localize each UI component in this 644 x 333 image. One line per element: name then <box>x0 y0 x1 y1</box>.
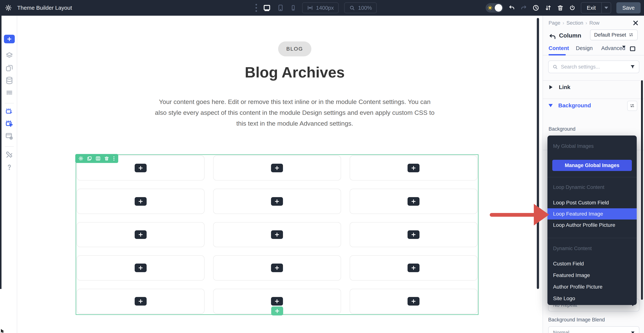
responsive-caret-icon[interactable] <box>622 48 626 51</box>
add-module-plus-button[interactable] <box>271 264 283 272</box>
light-dark-toggle[interactable] <box>486 3 503 12</box>
add-module-plus-button[interactable] <box>135 297 146 306</box>
loop-dynamic-list: Loop Post Custom FieldLoop Featured Imag… <box>548 197 637 231</box>
history-button[interactable] <box>532 4 540 11</box>
add-module-plus-button[interactable] <box>408 297 420 306</box>
loop-row[interactable] <box>76 154 478 315</box>
exit-caret-icon[interactable] <box>602 2 611 13</box>
undo-button[interactable] <box>508 4 515 11</box>
help-button[interactable] <box>6 163 13 171</box>
page-heading[interactable]: Blog Archives <box>245 64 345 81</box>
desktop-indicator-icon[interactable] <box>629 45 636 52</box>
builder-settings-gear-icon[interactable] <box>5 4 12 11</box>
link-section-toggle[interactable]: Link <box>549 84 570 90</box>
phone-view-button[interactable] <box>290 4 296 12</box>
loop-card[interactable] <box>213 222 341 247</box>
default-preset-button[interactable]: Default Preset <box>590 29 638 40</box>
tablet-view-button[interactable] <box>277 4 284 12</box>
loop-card[interactable] <box>350 255 478 280</box>
add-module-plus-button[interactable] <box>135 230 146 239</box>
canvas-zoom-input[interactable]: 100% <box>344 2 377 13</box>
triangle-down-icon <box>548 104 553 107</box>
row-toolbar <box>75 154 118 163</box>
add-module-plus-button[interactable] <box>408 230 420 239</box>
add-module-plus-button[interactable] <box>135 197 146 206</box>
row-options-ellipsis-icon[interactable] <box>113 156 115 161</box>
add-module-button[interactable] <box>4 35 15 43</box>
exit-button[interactable]: Exit <box>581 2 611 13</box>
desktop-view-button[interactable] <box>262 4 271 12</box>
search-input[interactable] <box>561 64 627 70</box>
add-module-plus-button[interactable] <box>135 164 146 172</box>
pages-button[interactable] <box>5 64 14 72</box>
row-settings-gear-icon[interactable] <box>78 156 84 161</box>
dropdown-item[interactable]: Loop Featured Image <box>548 208 637 220</box>
layers-button[interactable] <box>5 51 14 60</box>
sort-arrows-button[interactable] <box>545 4 552 11</box>
tools-button[interactable] <box>5 150 14 159</box>
add-module-plus-button[interactable] <box>408 197 420 206</box>
canvas-scrollbar[interactable] <box>537 18 539 289</box>
background-preset-button[interactable] <box>627 101 637 111</box>
breadcrumb-row[interactable]: Row <box>589 20 599 26</box>
add-row-button[interactable] <box>271 307 283 316</box>
background-section-toggle[interactable]: Background <box>548 102 591 109</box>
preview-button[interactable] <box>5 132 14 140</box>
add-module-plus-button[interactable] <box>408 164 420 172</box>
blog-badge[interactable]: BLOG <box>278 41 311 56</box>
tab-design[interactable]: Design <box>576 45 593 51</box>
click-mode-button[interactable] <box>5 119 14 128</box>
row-columns-icon[interactable] <box>96 156 101 161</box>
loop-card[interactable] <box>77 289 204 314</box>
plus-icon <box>274 199 280 204</box>
loop-card[interactable] <box>350 189 478 214</box>
background-blend-select[interactable]: Normal <box>548 326 639 333</box>
loop-card[interactable] <box>350 155 478 181</box>
filter-funnel-icon[interactable] <box>630 64 635 69</box>
loop-card[interactable] <box>350 289 478 314</box>
portability-button[interactable] <box>569 4 576 11</box>
hover-mode-button[interactable] <box>5 107 14 115</box>
add-module-plus-button[interactable] <box>271 164 283 172</box>
dropdown-item[interactable]: Site Logo <box>548 293 637 304</box>
panel-scrollbar[interactable] <box>641 80 643 300</box>
loop-card[interactable] <box>213 155 341 181</box>
chevron-down-icon <box>631 332 634 333</box>
layout-title: Theme Builder Layout <box>17 5 72 11</box>
background-field-label: Background <box>548 126 576 132</box>
add-module-plus-button[interactable] <box>408 264 420 272</box>
page-paragraph[interactable]: Your content goes here. Edit or remove t… <box>155 96 435 129</box>
tab-advanced[interactable]: Advanced <box>601 45 625 51</box>
settings-search[interactable] <box>548 60 639 73</box>
save-button[interactable]: Save <box>616 2 641 13</box>
loop-card[interactable] <box>213 255 341 280</box>
close-icon[interactable] <box>632 20 639 26</box>
breadcrumb-section[interactable]: Section <box>566 20 583 26</box>
back-arrow-icon[interactable] <box>548 33 556 40</box>
add-module-plus-button[interactable] <box>271 197 283 206</box>
breadcrumb-page[interactable]: Page <box>548 20 560 26</box>
drag-handle-icon[interactable] <box>256 4 257 12</box>
loop-card[interactable] <box>77 189 204 214</box>
dropdown-item[interactable]: Loop Post Custom Field <box>548 197 637 208</box>
row-duplicate-icon[interactable] <box>87 156 92 161</box>
dropdown-item[interactable]: Featured Image <box>548 270 637 281</box>
dropdown-item[interactable]: Loop Author Profile Picture <box>548 220 637 231</box>
add-module-plus-button[interactable] <box>271 230 283 239</box>
loop-card[interactable] <box>77 222 204 247</box>
row-delete-icon[interactable] <box>104 156 109 161</box>
tab-content[interactable]: Content <box>548 45 569 51</box>
add-module-plus-button[interactable] <box>135 264 146 272</box>
dropdown-item[interactable]: Custom Field <box>548 258 637 270</box>
manage-global-images-button[interactable]: Manage Global Images <box>552 160 632 171</box>
loop-card[interactable] <box>77 255 204 280</box>
wireframe-button[interactable] <box>5 89 14 96</box>
canvas-width-input[interactable]: 1400px <box>302 2 338 13</box>
trash-button[interactable] <box>557 4 564 11</box>
database-button[interactable] <box>5 76 14 85</box>
add-module-plus-button[interactable] <box>271 297 283 306</box>
loop-card[interactable] <box>213 189 341 214</box>
loop-card[interactable] <box>350 222 478 247</box>
dropdown-item[interactable]: Author Profile Picture <box>548 281 637 293</box>
redo-button[interactable] <box>520 4 527 11</box>
